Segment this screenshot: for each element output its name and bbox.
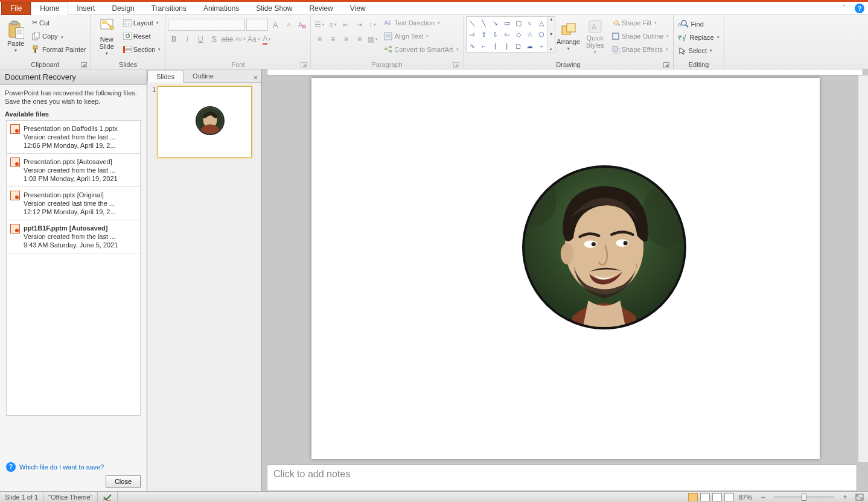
recovery-file-item[interactable]: ppt1B1F.pptm [Autosaved]Version created … <box>7 220 140 253</box>
shape-cloud-icon[interactable]: ☁ <box>525 40 535 51</box>
new-slide-button[interactable]: New Slide▼ <box>94 16 120 59</box>
bold-icon[interactable]: B <box>168 33 180 45</box>
shape-brace-icon[interactable]: { <box>490 40 501 51</box>
shape-outline-button[interactable]: Shape Outline <box>610 30 671 42</box>
tab-design[interactable]: Design <box>103 2 142 14</box>
shape-oval-icon[interactable]: ○ <box>525 17 535 28</box>
shape-brace-icon[interactable]: } <box>502 40 512 51</box>
italic-icon[interactable]: I <box>181 33 193 45</box>
font-size-input[interactable] <box>246 19 268 31</box>
shape-rect-icon[interactable]: ▢ <box>513 17 524 28</box>
shape-arrow-icon[interactable]: ⇨ <box>467 29 478 40</box>
status-spellcheck[interactable] <box>98 492 118 502</box>
shape-fill-button[interactable]: Shape Fill <box>610 16 671 29</box>
zoom-in-icon[interactable]: + <box>839 491 851 503</box>
copy-button[interactable]: Copy <box>30 30 88 42</box>
shape-arrow-icon[interactable]: ⇧ <box>479 29 490 40</box>
fit-to-window-icon[interactable] <box>854 491 866 503</box>
columns-icon[interactable]: ▥ <box>366 33 378 45</box>
align-text-button[interactable]: Align Text <box>382 30 460 42</box>
tab-review[interactable]: Review <box>301 2 341 14</box>
zoom-slider[interactable] <box>774 496 834 498</box>
text-direction-button[interactable]: AText Direction <box>382 16 460 29</box>
shape-hex-icon[interactable]: ⬡ <box>536 29 547 40</box>
inc-indent-icon[interactable]: ⇥ <box>353 19 365 31</box>
recovery-file-item[interactable]: Presentation on Daffodils 1.pptxVersion … <box>7 121 140 154</box>
shape-arrow-icon[interactable]: ⇩ <box>490 29 501 40</box>
justify-icon[interactable]: ≡ <box>353 33 365 45</box>
shape-triangle-icon[interactable]: △ <box>536 17 547 28</box>
tab-view[interactable]: View <box>342 2 374 14</box>
shrink-font-icon[interactable]: A <box>282 19 295 31</box>
underline-icon[interactable]: U <box>194 33 206 45</box>
shape-curve-icon[interactable]: ∿ <box>467 40 478 51</box>
shapes-gallery-scroll[interactable]: ▲▼▾ <box>548 16 555 52</box>
clear-format-icon[interactable]: A <box>296 19 308 31</box>
shapes-gallery[interactable]: ＼╲↘▭▢○△ ⇨⇧⇩⇦◇☆⬡ ∿⌐{}◻☁＋ <box>466 16 548 52</box>
dec-indent-icon[interactable]: ⇤ <box>340 19 352 31</box>
dialog-launcher-icon[interactable]: ◢ <box>301 62 307 68</box>
replace-button[interactable]: abReplace <box>676 31 721 43</box>
bullets-icon[interactable]: ☰ <box>313 19 325 31</box>
shape-callout-icon[interactable]: ◻ <box>513 40 524 51</box>
ribbon-minimize-icon[interactable]: ˆ <box>838 2 850 14</box>
view-reading-icon[interactable] <box>712 493 722 501</box>
shape-arrow-icon[interactable]: ⇦ <box>502 29 512 40</box>
align-left-icon[interactable]: ≡ <box>313 33 325 45</box>
tab-animations[interactable]: Animations <box>195 2 247 14</box>
paste-button[interactable]: Paste ▼ <box>2 16 29 59</box>
slide-canvas[interactable] <box>311 78 820 459</box>
arrange-button[interactable]: Arrange▼ <box>555 16 582 59</box>
shape-effects-button[interactable]: Shape Effects <box>610 43 671 56</box>
align-right-icon[interactable]: ≡ <box>340 33 352 45</box>
select-button[interactable]: Select <box>676 44 714 57</box>
section-button[interactable]: Section <box>121 43 163 56</box>
tab-file[interactable]: File <box>1 2 31 15</box>
quick-styles-button[interactable]: A Quick Styles▼ <box>582 16 608 59</box>
view-slideshow-icon[interactable] <box>724 493 734 501</box>
font-color-icon[interactable]: A <box>261 33 273 45</box>
shape-rect-icon[interactable]: ▭ <box>502 17 512 28</box>
dialog-launcher-icon[interactable]: ◢ <box>81 62 87 68</box>
slide-photo-circle[interactable] <box>522 165 686 329</box>
recovery-close-button[interactable]: Close <box>106 475 141 488</box>
close-pane-icon[interactable]: × <box>250 74 261 82</box>
tab-insert[interactable]: Insert <box>68 2 103 14</box>
notes-pane[interactable]: Click to add notes <box>267 465 857 491</box>
recovery-file-item[interactable]: Presentation.pptx [Autosaved]Version cre… <box>7 154 140 187</box>
shape-connector-icon[interactable]: ⌐ <box>479 40 490 51</box>
slides-tab[interactable]: Slides <box>147 71 183 83</box>
help-icon[interactable]: ? <box>855 4 864 13</box>
find-button[interactable]: AFind <box>676 17 705 30</box>
smartart-button[interactable]: Convert to SmartArt <box>382 43 460 56</box>
vertical-scrollbar[interactable] <box>858 75 868 462</box>
char-spacing-icon[interactable]: AV <box>234 33 246 45</box>
cut-button[interactable]: ✂Cut <box>30 16 88 29</box>
recovery-help-link[interactable]: ?Which file do I want to save? <box>0 462 147 472</box>
layout-button[interactable]: Layout <box>121 16 163 29</box>
grow-font-icon[interactable]: A <box>269 19 281 31</box>
change-case-icon[interactable]: Aa <box>247 33 260 45</box>
reset-button[interactable]: Reset <box>121 30 163 42</box>
tab-transitions[interactable]: Transitions <box>143 2 195 14</box>
shape-diamond-icon[interactable]: ◇ <box>513 29 524 40</box>
align-center-icon[interactable]: ≡ <box>327 33 339 45</box>
tab-slideshow[interactable]: Slide Show <box>247 2 301 14</box>
view-normal-icon[interactable] <box>688 493 698 501</box>
shadow-icon[interactable]: S <box>208 33 220 45</box>
format-painter-button[interactable]: Format Painter <box>30 43 88 56</box>
numbering-icon[interactable]: ≡ <box>327 19 339 31</box>
dialog-launcher-icon[interactable]: ◢ <box>453 62 459 68</box>
line-spacing-icon[interactable]: ↕ <box>366 19 378 31</box>
shape-plus-icon[interactable]: ＋ <box>536 40 547 51</box>
shape-arrow-icon[interactable]: ↘ <box>490 17 501 28</box>
strike-icon[interactable]: abc <box>221 33 233 45</box>
shape-line-icon[interactable]: ＼ <box>467 17 478 28</box>
zoom-out-icon[interactable]: − <box>757 491 769 503</box>
slide-thumbnail-1[interactable] <box>158 86 252 157</box>
shape-line-icon[interactable]: ╲ <box>479 17 490 28</box>
recovery-file-item[interactable]: Presentation.pptx [Original]Version crea… <box>7 187 140 220</box>
shape-star-icon[interactable]: ☆ <box>525 29 535 40</box>
font-name-input[interactable] <box>168 19 245 31</box>
outline-tab[interactable]: Outline <box>183 70 223 82</box>
